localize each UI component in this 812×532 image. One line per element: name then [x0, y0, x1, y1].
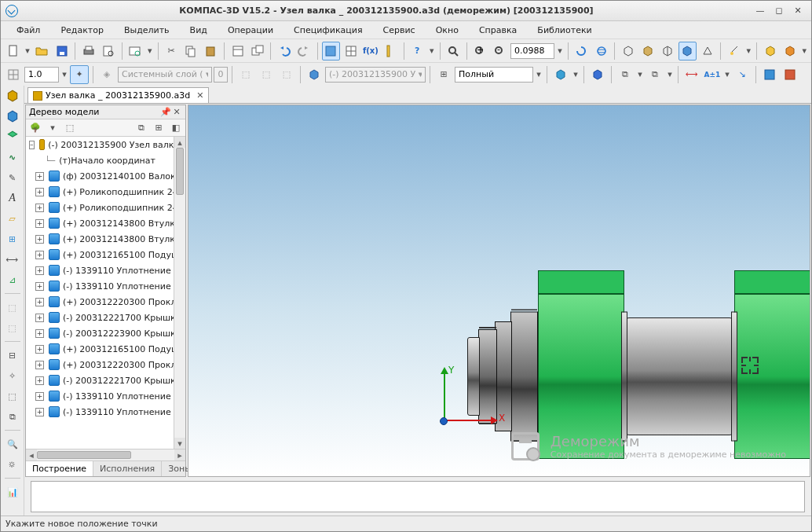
rail-btn-12[interactable]: ⬚: [4, 319, 21, 336]
rail-btn-1[interactable]: [4, 87, 21, 105]
menu-spec[interactable]: Спецификация: [284, 24, 371, 37]
layer-combo[interactable]: [118, 67, 212, 83]
rail-btn-4[interactable]: ∿: [4, 149, 21, 166]
doc-tab-close[interactable]: ✕: [196, 90, 203, 101]
rail-btn-7[interactable]: ▱: [4, 210, 21, 227]
box2-dropdown[interactable]: ▾: [800, 46, 808, 56]
lib1-dropdown[interactable]: ▾: [636, 69, 644, 79]
display-mode-dropdown[interactable]: ▾: [535, 69, 543, 79]
copy-props-button[interactable]: [248, 42, 266, 61]
lib1-button[interactable]: ⧉: [616, 65, 635, 84]
rail-btn-16[interactable]: ⧉: [4, 408, 21, 425]
layer-c-button[interactable]: ⬚: [277, 65, 296, 84]
state-combo[interactable]: [325, 67, 426, 83]
tree-item[interactable]: +(-) 200312221700 Крышка: [26, 310, 185, 325]
tree-item[interactable]: +(+) Роликоподшипник 240: [26, 184, 185, 200]
print-button[interactable]: [79, 42, 97, 61]
open-button[interactable]: [33, 42, 51, 61]
tree-item[interactable]: +(-) 200312221700 Крышка: [26, 372, 185, 388]
layer-b-button[interactable]: ⬚: [257, 65, 276, 84]
print-preview-button[interactable]: [99, 42, 117, 61]
table-button[interactable]: [342, 42, 360, 61]
rail-btn-13[interactable]: ⊟: [4, 347, 21, 364]
arrow-button[interactable]: ↘: [733, 65, 752, 84]
state-icon[interactable]: [305, 65, 324, 84]
iso-button[interactable]: [619, 42, 637, 61]
tree-item[interactable]: +(-) 1339110 Уплотнение 3: [26, 404, 185, 420]
tree-item[interactable]: +(+) 200312165100 Подуш: [26, 247, 185, 262]
snap-dropdown[interactable]: ▾: [744, 46, 752, 56]
line-weight-dropdown[interactable]: ▾: [60, 69, 68, 79]
tree-tool-dd[interactable]: ▾: [45, 121, 60, 135]
perspective-button[interactable]: [698, 42, 716, 61]
rail-btn-9[interactable]: ⟷: [4, 251, 21, 268]
preview-dropdown[interactable]: ▾: [146, 46, 154, 56]
menu-operations[interactable]: Операции: [218, 24, 283, 37]
rail-btn-10[interactable]: ⊿: [4, 271, 21, 288]
render1-dropdown[interactable]: ▾: [572, 69, 580, 79]
display-icon[interactable]: ⊞: [434, 65, 453, 84]
undo-button[interactable]: [275, 42, 293, 61]
zoom-value-input[interactable]: [510, 43, 554, 59]
tree-tab-exec[interactable]: Исполнения: [93, 461, 162, 476]
tree-item[interactable]: +(-) 200312223900 Крышка: [26, 325, 185, 341]
menu-select[interactable]: Выделить: [115, 24, 179, 37]
rail-btn-3[interactable]: [4, 128, 21, 145]
layer-a-button[interactable]: ⬚: [236, 65, 255, 84]
rail-btn-15[interactable]: ⬚: [4, 387, 21, 405]
help-button[interactable]: ?: [408, 42, 426, 61]
tree-item[interactable]: +(-) 1339110 Уплотнение 3: [26, 278, 185, 294]
cut-button[interactable]: ✂: [162, 42, 180, 61]
minimize-button[interactable]: —: [752, 4, 769, 18]
zoom-fit-button[interactable]: [444, 42, 462, 61]
viewport-3d[interactable]: X Y Деморежим Сохранение документа в дем…: [188, 105, 810, 477]
menu-libraries[interactable]: Библиотеки: [528, 24, 601, 37]
tree-root[interactable]: –(-) 200312135900 Узел валка (: [26, 137, 185, 152]
view2-button[interactable]: [781, 65, 799, 84]
zoom-out-button[interactable]: -: [491, 42, 509, 61]
rail-btn-5[interactable]: ✎: [4, 169, 21, 186]
shade-button[interactable]: [678, 42, 697, 61]
tree-item[interactable]: +(+) 200312220300 Прокла: [26, 294, 185, 310]
a1-dropdown[interactable]: ▾: [723, 69, 731, 79]
snap-grid-button[interactable]: ✦: [70, 65, 89, 84]
dim-button[interactable]: ⟷: [682, 65, 701, 84]
view1-button[interactable]: [760, 65, 779, 84]
rail-btn-6[interactable]: A: [4, 189, 21, 207]
rail-btn-18[interactable]: ⛭: [4, 456, 21, 473]
front-button[interactable]: [638, 42, 657, 61]
fx-button[interactable]: f(x): [361, 42, 379, 61]
render2-button[interactable]: [588, 65, 607, 84]
close-button[interactable]: ✕: [789, 4, 807, 18]
tree-item[interactable]: +(+) 200312165100 Подуш: [26, 341, 185, 357]
tree-item[interactable]: +(+) Роликоподшипник 240: [26, 200, 185, 215]
ruler-button[interactable]: [381, 42, 399, 61]
save-button[interactable]: [53, 42, 71, 61]
rail-btn-14[interactable]: ✧: [4, 367, 21, 384]
menu-window[interactable]: Окно: [426, 24, 468, 37]
rail-btn-2[interactable]: [4, 108, 21, 125]
menu-view[interactable]: Вид: [181, 24, 217, 37]
copy-button[interactable]: [182, 42, 200, 61]
tree-scrollbar-h[interactable]: ◂▸: [26, 449, 185, 460]
menu-help[interactable]: Справка: [470, 24, 526, 37]
tree-tab-build[interactable]: Построение: [26, 461, 93, 476]
rail-btn-19[interactable]: 📊: [4, 483, 21, 501]
snap-button[interactable]: [725, 42, 743, 61]
box2-button[interactable]: [781, 42, 799, 61]
lib2-button[interactable]: ⧉: [646, 65, 664, 84]
paste-button[interactable]: [202, 42, 220, 61]
tree-item[interactable]: +(-) 1339110 Уплотнение 3: [26, 262, 185, 278]
line-weight-input[interactable]: [24, 67, 59, 83]
grid-toggle-button[interactable]: [4, 65, 23, 84]
orbit-button[interactable]: [592, 42, 610, 61]
menu-file[interactable]: Файл: [7, 24, 49, 37]
param-button[interactable]: [322, 42, 340, 61]
a1-button[interactable]: A±1: [703, 65, 722, 84]
new-dropdown[interactable]: ▾: [24, 46, 31, 56]
box1-button[interactable]: [761, 42, 779, 61]
tree-pin-button[interactable]: 📌: [160, 107, 171, 117]
zoom-dropdown[interactable]: ▾: [556, 46, 564, 56]
tree-tool-1[interactable]: 🌳: [27, 121, 43, 135]
zoom-in-button[interactable]: +: [471, 42, 489, 61]
